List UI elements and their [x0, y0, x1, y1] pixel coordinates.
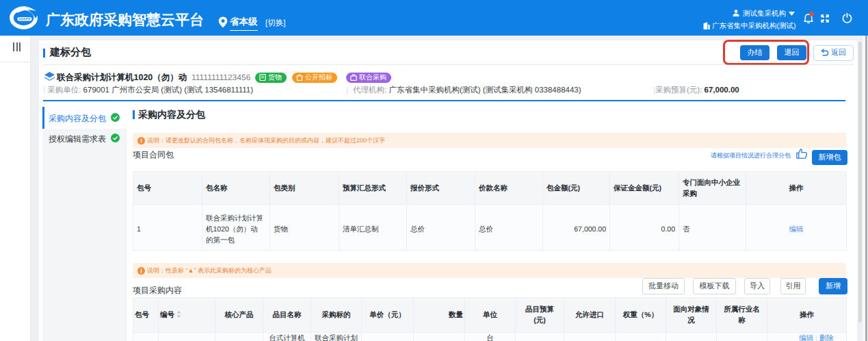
- svg-text:GDGPO: GDGPO: [18, 17, 31, 21]
